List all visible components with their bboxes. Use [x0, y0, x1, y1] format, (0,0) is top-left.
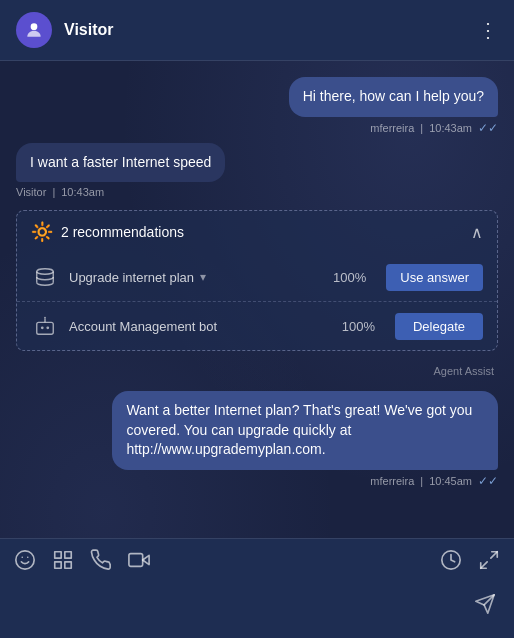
rec-item-1: Upgrade internet plan ▾ 100% Use answer [17, 253, 497, 301]
header-left: Visitor [16, 12, 114, 48]
separator: | [52, 186, 55, 198]
message-outgoing-2: Want a better Internet plan? That's grea… [112, 391, 498, 488]
message-incoming-1: I want a faster Internet speed Visitor |… [16, 143, 225, 199]
time-label: 10:43am [61, 186, 104, 198]
use-answer-button[interactable]: Use answer [386, 264, 483, 291]
svg-rect-15 [65, 562, 71, 568]
svg-line-21 [481, 562, 487, 568]
recommendations-card: 🔆 2 recommendations ∧ Upgr [16, 210, 498, 351]
more-options-icon[interactable]: ⋮ [478, 18, 498, 42]
sender-label: Visitor [16, 186, 46, 198]
video-icon[interactable] [128, 549, 150, 571]
chat-container: Visitor ⋮ Hi there, how can I help you? … [0, 0, 514, 638]
rec-percent-2: 100% [342, 319, 375, 334]
svg-rect-13 [55, 552, 61, 558]
message-outgoing-1: Hi there, how can I help you? mferreira … [289, 77, 498, 135]
svg-rect-4 [37, 323, 54, 335]
layers-icon [31, 263, 59, 291]
phone-icon[interactable] [90, 549, 112, 571]
expand-icon[interactable] [478, 549, 500, 571]
toolbar-right [440, 549, 500, 571]
svg-line-20 [491, 552, 497, 558]
svg-point-5 [41, 327, 44, 330]
separator: | [420, 122, 423, 134]
input-area [0, 581, 514, 638]
emoji-icon[interactable] [14, 549, 36, 571]
agent-assist-label: Agent Assist [16, 363, 498, 383]
msg-meta: mferreira | 10:45am ✓✓ [112, 474, 498, 488]
chevron-up-icon: ∧ [471, 223, 483, 242]
history-icon[interactable] [440, 549, 462, 571]
msg-meta: mferreira | 10:43am ✓✓ [289, 121, 498, 135]
check-marks: ✓✓ [478, 121, 498, 135]
bot-icon [31, 312, 59, 340]
separator: | [420, 475, 423, 487]
svg-rect-14 [65, 552, 71, 558]
toolbar [0, 539, 514, 581]
rec-item-label-1: Upgrade internet plan ▾ [69, 270, 323, 285]
bottom-bar [0, 538, 514, 638]
svg-rect-18 [129, 554, 143, 567]
bubble: Want a better Internet plan? That's grea… [112, 391, 498, 470]
dropdown-arrow-icon[interactable]: ▾ [200, 270, 206, 284]
messages-area: Hi there, how can I help you? mferreira … [0, 61, 514, 538]
templates-icon[interactable] [52, 549, 74, 571]
time-label: 10:45am [429, 475, 472, 487]
svg-point-6 [46, 327, 49, 330]
message-input[interactable] [14, 591, 470, 623]
rec-percent-1: 100% [333, 270, 366, 285]
rec-header-left: 🔆 2 recommendations [31, 221, 184, 243]
svg-point-1 [37, 269, 54, 275]
svg-point-0 [31, 23, 38, 30]
rec-count: 2 recommendations [61, 224, 184, 240]
rec-header[interactable]: 🔆 2 recommendations ∧ [17, 211, 497, 253]
time-label: 10:43am [429, 122, 472, 134]
check-marks: ✓✓ [478, 474, 498, 488]
msg-meta: Visitor | 10:43am [16, 186, 225, 198]
header-title: Visitor [64, 21, 114, 39]
sender-label: mferreira [370, 475, 414, 487]
sender-label: mferreira [370, 122, 414, 134]
bubble: Hi there, how can I help you? [289, 77, 498, 117]
avatar [16, 12, 52, 48]
rec-item-2: Account Management bot 100% Delegate [17, 301, 497, 350]
rec-item-label-2: Account Management bot [69, 319, 332, 334]
svg-marker-17 [143, 555, 149, 564]
svg-rect-16 [55, 562, 61, 568]
svg-point-10 [16, 551, 34, 569]
delegate-button[interactable]: Delegate [395, 313, 483, 340]
sun-icon: 🔆 [31, 221, 53, 243]
send-button[interactable] [470, 589, 500, 624]
svg-point-8 [44, 317, 46, 319]
bubble: I want a faster Internet speed [16, 143, 225, 183]
chat-header: Visitor ⋮ [0, 0, 514, 61]
